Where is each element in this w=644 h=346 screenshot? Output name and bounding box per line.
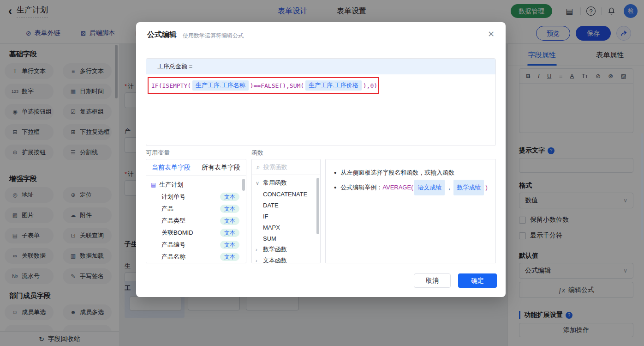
example-function: AVERAGE( <box>382 181 413 194</box>
bullet-icon: • <box>334 166 336 180</box>
formula-target: 工序总金额 = <box>146 59 495 74</box>
example-field-chip: 语文成绩 <box>414 180 445 195</box>
app-root: ‹ 生产计划 表单设计 表单设置 数据管理 ▤ ? 检 <box>0 0 644 346</box>
variables-section-label: 可用变量 <box>146 149 170 157</box>
search-icon: ⌕ <box>256 163 260 171</box>
group-name: 文本函数 <box>263 256 287 263</box>
type-badge: 文本 <box>220 217 239 225</box>
chevron-right-icon: › <box>256 247 260 252</box>
type-badge: 文本 <box>220 253 239 261</box>
function-group-math[interactable]: › 数学函数 <box>252 244 320 255</box>
modal-title: 公式编辑 <box>147 30 177 40</box>
confirm-button[interactable]: 确定 <box>458 273 497 288</box>
group-name: 数学函数 <box>263 245 287 254</box>
example-field-chip: 数学成绩 <box>453 180 484 195</box>
window-scrollbar[interactable] <box>641 133 643 240</box>
variable-field-row[interactable]: 产品文本 <box>146 203 246 215</box>
field-name: 关联BOMID <box>161 229 193 237</box>
functions-scrollbar[interactable] <box>316 178 319 234</box>
variable-field-row[interactable]: 计划单号文本 <box>146 191 246 203</box>
function-group-text[interactable]: › 文本函数 <box>252 255 320 263</box>
tip-line-1: • 从左侧面板选择字段名和函数，或输入函数 <box>334 166 487 180</box>
bullet-icon: • <box>334 181 336 194</box>
tab-current-form-fields[interactable]: 当前表单字段 <box>152 164 191 172</box>
formula-edit-modal: 公式编辑 使用数学运算符编辑公式 ✕ 工序总金额 = IF(ISEMPTY( 生… <box>136 22 506 297</box>
functions-panel: ⌕ ∨ 常用函数 CONCATENATE DATE IF MAPX SUM › … <box>251 159 321 263</box>
function-item[interactable]: IF <box>252 211 320 222</box>
field-chip[interactable]: 生产工序.工序价格 <box>305 80 362 91</box>
modal-subtitle: 使用数学运算符编辑公式 <box>183 32 244 40</box>
example-function: ) <box>485 181 487 194</box>
group-name: 常用函数 <box>263 179 287 187</box>
form-icon: ▤ <box>151 182 156 188</box>
type-badge: 文本 <box>220 241 239 249</box>
formula-code: )==FALSE(),SUM( <box>250 82 304 89</box>
form-name: 生产计划 <box>159 181 183 189</box>
formula-target-text: 工序总金额 = <box>157 62 192 71</box>
tab-all-form-fields[interactable]: 所有表单字段 <box>202 164 240 172</box>
function-item[interactable]: DATE <box>252 200 320 211</box>
field-name: 产品类型 <box>161 217 185 225</box>
function-search-input[interactable] <box>263 164 310 170</box>
chevron-right-icon: › <box>256 258 260 263</box>
function-group-common[interactable]: ∨ 常用函数 <box>252 177 320 188</box>
field-name: 产品 <box>161 205 173 213</box>
variable-field-row[interactable]: 产品名称文本 <box>146 251 246 263</box>
tip-text: ， <box>446 181 452 194</box>
tip-line-2: • 公式编辑举例： AVERAGE( 语文成绩 ， 数学成绩 ) <box>334 180 487 195</box>
type-badge: 文本 <box>220 193 239 201</box>
variable-field-row[interactable]: 产品编号文本 <box>146 239 246 251</box>
field-name: 计划单号 <box>161 193 185 201</box>
form-tree-node[interactable]: ▤ 生产计划 <box>146 179 246 191</box>
field-chip[interactable]: 生产工序.工序名称 <box>192 80 249 91</box>
function-item[interactable]: SUM <box>252 233 320 244</box>
formula-expression[interactable]: IF(ISEMPTY( 生产工序.工序名称 )==FALSE(),SUM( 生产… <box>148 77 379 94</box>
function-item[interactable]: CONCATENATE <box>252 188 320 200</box>
tips-panel: • 从左侧面板选择字段名和函数，或输入函数 • 公式编辑举例： AVERAGE(… <box>325 159 496 263</box>
variable-field-row[interactable]: 关联BOMID文本 <box>146 227 246 239</box>
formula-editor-card: 工序总金额 = IF(ISEMPTY( 生产工序.工序名称 )==FALSE()… <box>146 58 496 146</box>
function-item[interactable]: MAPX <box>252 222 320 233</box>
cancel-button[interactable]: 取消 <box>414 273 451 288</box>
variable-field-row[interactable]: 产品类型文本 <box>146 215 246 227</box>
tip-text: 从左侧面板选择字段名和函数，或输入函数 <box>340 166 454 180</box>
functions-section-label: 函数 <box>251 149 263 157</box>
formula-code: IF(ISEMPTY( <box>151 82 191 89</box>
type-badge: 文本 <box>220 205 239 213</box>
type-badge: 文本 <box>220 229 239 237</box>
variables-panel: 当前表单字段 所有表单字段 ▤ 生产计划 计划单号文本 产品文本 产品类型文本 … <box>146 159 246 263</box>
field-name: 产品编号 <box>161 241 185 249</box>
function-search[interactable]: ⌕ <box>252 159 320 175</box>
formula-code: ),0) <box>363 82 377 89</box>
chevron-down-icon: ∨ <box>256 180 260 186</box>
tip-text: 公式编辑举例： <box>340 181 382 194</box>
close-icon[interactable]: ✕ <box>488 29 495 39</box>
field-name: 产品名称 <box>161 253 185 261</box>
variables-scrollbar[interactable] <box>242 179 245 191</box>
